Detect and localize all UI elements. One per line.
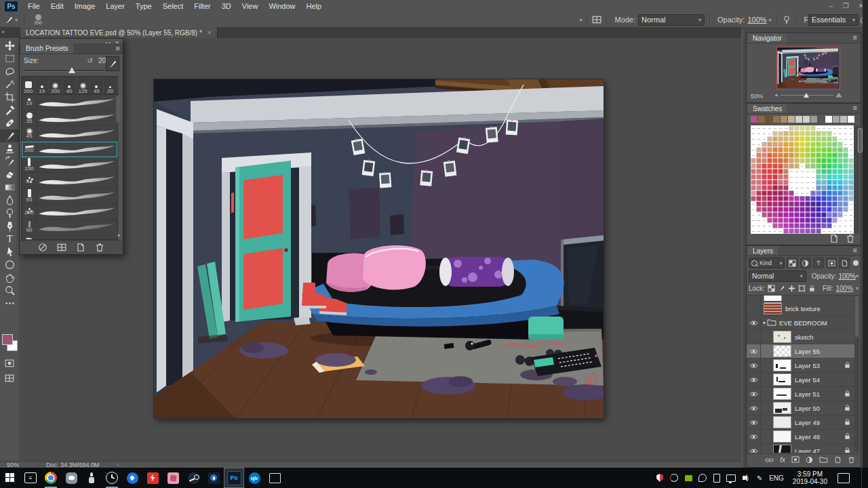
swatch[interactable] [773, 116, 780, 123]
swatch[interactable] [810, 136, 816, 142]
swatch[interactable] [794, 142, 800, 147]
brush-item[interactable]: 150 [22, 157, 117, 173]
layer-row[interactable]: Layer 55 [747, 344, 855, 359]
show-desktop-button[interactable] [861, 468, 865, 488]
swatch[interactable] [794, 228, 800, 234]
lock-pixels-icon[interactable] [778, 285, 785, 292]
swatch[interactable] [843, 201, 848, 207]
menu-layer[interactable]: Layer [100, 1, 130, 12]
layer-style-fx-icon[interactable]: fx [780, 456, 785, 464]
swatch[interactable] [772, 185, 778, 190]
swatch[interactable] [848, 207, 854, 212]
swatch[interactable] [821, 180, 827, 185]
swatch[interactable] [816, 228, 821, 234]
swatch[interactable] [751, 158, 756, 163]
swatch[interactable] [821, 158, 827, 163]
swatch[interactable] [772, 142, 778, 147]
swatch[interactable] [762, 131, 767, 136]
swatch[interactable] [843, 185, 848, 190]
delete-brush-icon[interactable] [95, 243, 104, 252]
add-mask-icon[interactable] [791, 456, 800, 464]
swatch[interactable] [832, 131, 837, 136]
navigator-zoom-value[interactable]: 50% [751, 93, 763, 100]
swatch[interactable] [816, 174, 821, 180]
visibility-toggle[interactable] [747, 430, 761, 443]
zoom-in-icon[interactable] [835, 93, 842, 98]
swatch[interactable] [837, 147, 843, 152]
swatch[interactable] [821, 131, 827, 136]
swatch[interactable] [843, 169, 848, 174]
swatch[interactable] [751, 136, 756, 142]
swatch[interactable] [794, 169, 800, 174]
swatch[interactable] [827, 163, 832, 169]
swatch[interactable] [837, 131, 843, 136]
swatch[interactable] [767, 196, 772, 201]
swatch[interactable] [767, 228, 772, 234]
swatch[interactable] [832, 223, 837, 228]
swatch[interactable] [832, 142, 837, 147]
layer-thumbnail[interactable] [764, 296, 782, 302]
swatch[interactable] [772, 207, 778, 212]
swatch[interactable] [762, 223, 767, 228]
swatch[interactable] [848, 218, 854, 223]
tray-shield-icon[interactable] [655, 473, 665, 483]
pen-tool[interactable] [0, 220, 19, 232]
swatch[interactable] [800, 125, 805, 131]
swatch[interactable] [756, 185, 762, 190]
spot-healing-brush-tool[interactable] [0, 117, 19, 129]
swatch[interactable] [756, 158, 762, 163]
layers-tab[interactable]: Layers [748, 246, 778, 256]
swatch[interactable] [805, 218, 810, 223]
swatch[interactable] [783, 201, 789, 207]
swatch[interactable] [767, 142, 772, 147]
swatch[interactable] [800, 152, 805, 158]
swatch[interactable] [816, 131, 821, 136]
swatch[interactable] [762, 196, 767, 201]
tray-clipboard-icon[interactable] [712, 473, 722, 483]
taskbar-privacy-icon[interactable] [203, 468, 224, 488]
new-swatch-icon[interactable] [829, 234, 839, 243]
taskbar-winapp-icon[interactable] [264, 468, 285, 488]
swatch[interactable] [762, 218, 767, 223]
delete-layer-icon[interactable] [848, 456, 855, 464]
layer-row[interactable]: Layer 50 [747, 401, 855, 415]
swatch[interactable] [789, 158, 794, 163]
filter-type-icon[interactable]: T [813, 258, 824, 268]
visibility-toggle[interactable] [747, 415, 761, 429]
swatch[interactable] [772, 223, 778, 228]
layer-row[interactable]: Layer 49 [747, 415, 855, 430]
swatch[interactable] [756, 218, 762, 223]
swatch[interactable] [803, 116, 810, 123]
swatch[interactable] [794, 196, 800, 201]
swatch[interactable] [762, 136, 767, 142]
swatch[interactable] [805, 125, 810, 131]
swatch[interactable] [827, 218, 832, 223]
swatch[interactable] [794, 125, 800, 131]
visibility-toggle[interactable] [747, 401, 761, 415]
swatch[interactable] [848, 147, 854, 152]
blur-tool[interactable] [0, 194, 19, 207]
brush-preset[interactable]: 45 [90, 77, 104, 94]
swatch[interactable] [778, 218, 783, 223]
swatch[interactable] [772, 228, 778, 234]
history-brush-tool[interactable] [0, 155, 19, 168]
brush-item[interactable]: 93 [22, 188, 117, 204]
swatch[interactable] [778, 142, 783, 147]
swatch[interactable] [756, 180, 762, 185]
layer-filter-select[interactable]: Kind▾ [749, 258, 785, 268]
swatch[interactable] [848, 125, 854, 131]
swatch[interactable] [789, 185, 794, 190]
swatch[interactable] [821, 190, 827, 196]
swatch[interactable] [794, 201, 800, 207]
brush-preset[interactable]: 20 [104, 77, 117, 94]
swatch[interactable] [805, 207, 810, 212]
layer-opacity-value[interactable]: 100% [838, 272, 856, 280]
swatch[interactable] [832, 228, 837, 234]
swatch[interactable] [778, 147, 783, 152]
swatch[interactable] [778, 169, 783, 174]
layer-row[interactable]: Layer 53 [747, 359, 855, 373]
swatch[interactable] [800, 196, 805, 201]
swatch[interactable] [772, 180, 778, 185]
swatch[interactable] [827, 207, 832, 212]
mode-select[interactable]: Normal▾ [638, 14, 705, 26]
